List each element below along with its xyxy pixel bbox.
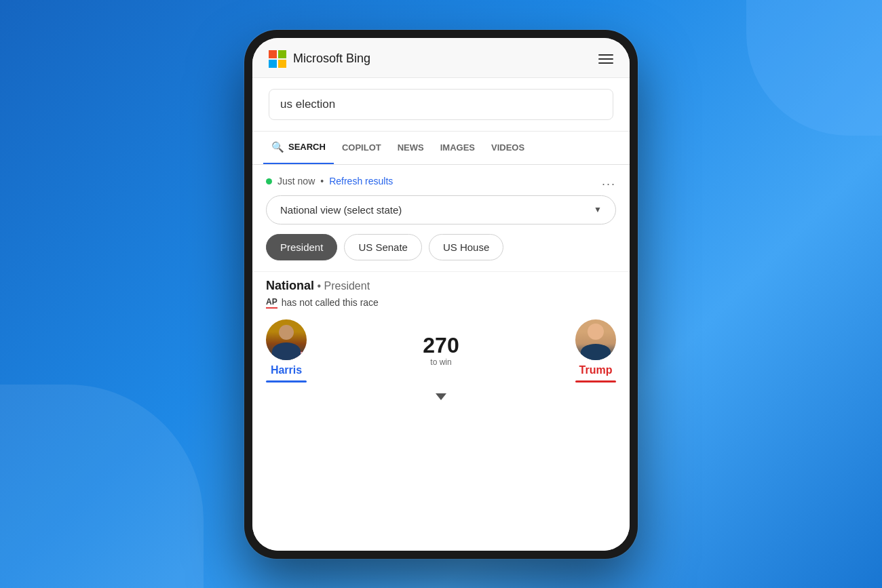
phone-frame: Microsoft Bing us election 🔍 SEARCH COPI… <box>244 30 638 559</box>
harris-avatar-wrapper: 🇺🇸 <box>266 319 307 360</box>
status-separator: • <box>320 176 324 187</box>
logo-sq-red <box>269 50 277 58</box>
ap-notice-text: has not called this race <box>282 297 379 308</box>
pill-president[interactable]: President <box>266 234 337 260</box>
tab-news[interactable]: NEWS <box>389 133 432 162</box>
candidates-row: 🇺🇸 Harris 270 to win <box>252 309 630 389</box>
bottom-indicator <box>252 389 630 403</box>
pill-us-house-label: US House <box>443 241 489 253</box>
trump-bar <box>575 380 616 383</box>
tab-images[interactable]: IMAGES <box>432 133 483 162</box>
bg-decoration-left <box>0 385 204 588</box>
content-area: Just now • Refresh results ... National … <box>252 165 630 551</box>
win-number-value: 270 <box>423 334 459 356</box>
app-title: Microsoft Bing <box>293 52 370 66</box>
menu-button[interactable] <box>598 54 613 64</box>
harris-avatar: 🇺🇸 <box>266 319 307 360</box>
logo-sq-green <box>278 50 286 58</box>
results-header: Just now • Refresh results ... <box>252 165 630 195</box>
pill-president-label: President <box>280 241 323 253</box>
chevron-down-icon: ▼ <box>594 205 602 214</box>
trump-avatar-wrapper <box>575 319 616 360</box>
refresh-results-link[interactable]: Refresh results <box>329 176 393 187</box>
pill-us-house[interactable]: US House <box>429 234 503 260</box>
logo-area: Microsoft Bing <box>269 50 370 68</box>
search-container: us election <box>252 78 630 132</box>
search-bar[interactable]: us election <box>269 89 613 120</box>
candidate-trump: Trump <box>575 319 616 383</box>
pill-us-senate[interactable]: US Senate <box>344 234 422 260</box>
trump-avatar <box>575 319 616 360</box>
filter-pills: President US Senate US House <box>252 234 630 271</box>
search-query-text: us election <box>280 98 335 111</box>
trump-name: Trump <box>579 364 613 376</box>
results-status: Just now • Refresh results <box>266 176 393 187</box>
logo-sq-blue <box>269 60 277 68</box>
hamburger-line-2 <box>598 58 613 60</box>
win-number-label: to win <box>430 357 451 367</box>
election-race: • President <box>317 280 370 292</box>
microsoft-logo <box>269 50 286 68</box>
hamburger-line-1 <box>598 54 613 56</box>
phone-screen: Microsoft Bing us election 🔍 SEARCH COPI… <box>252 38 630 551</box>
tab-news-label: NEWS <box>398 142 424 153</box>
app-header: Microsoft Bing <box>252 38 630 78</box>
tab-videos[interactable]: VIDEOS <box>483 133 533 162</box>
status-text: Just now <box>277 176 315 187</box>
election-header: National • President <box>266 279 616 293</box>
ap-notice: AP has not called this race <box>266 297 616 309</box>
tabs-bar: 🔍 SEARCH COPILOT NEWS IMAGES VIDEOS <box>252 132 630 165</box>
tab-copilot[interactable]: COPILOT <box>334 133 389 162</box>
election-location: National <box>266 279 314 292</box>
candidate-harris: 🇺🇸 Harris <box>266 319 307 383</box>
logo-sq-yellow <box>278 60 286 68</box>
tab-videos-label: VIDEOS <box>491 142 524 153</box>
search-icon: 🔍 <box>271 141 284 153</box>
triangle-down-icon <box>436 393 446 400</box>
tab-images-label: IMAGES <box>440 142 475 153</box>
live-indicator-dot <box>266 178 272 184</box>
harris-bar <box>266 380 307 383</box>
ap-badge: AP <box>266 297 277 309</box>
pill-us-senate-label: US Senate <box>358 241 408 253</box>
flag-icon: 🇺🇸 <box>294 351 307 360</box>
state-dropdown[interactable]: National view (select state) ▼ <box>266 195 616 224</box>
tab-search-label: SEARCH <box>288 142 326 152</box>
more-options-button[interactable]: ... <box>602 174 616 189</box>
tab-copilot-label: COPILOT <box>342 142 381 153</box>
win-threshold: 270 to win <box>313 334 569 367</box>
state-dropdown-container: National view (select state) ▼ <box>252 195 630 234</box>
election-section: National • President AP has not called t… <box>252 271 630 309</box>
hamburger-line-3 <box>598 62 613 64</box>
bg-decoration-right <box>746 0 882 136</box>
tab-search[interactable]: 🔍 SEARCH <box>263 132 334 164</box>
harris-name: Harris <box>271 364 302 376</box>
dropdown-label: National view (select state) <box>280 204 402 216</box>
